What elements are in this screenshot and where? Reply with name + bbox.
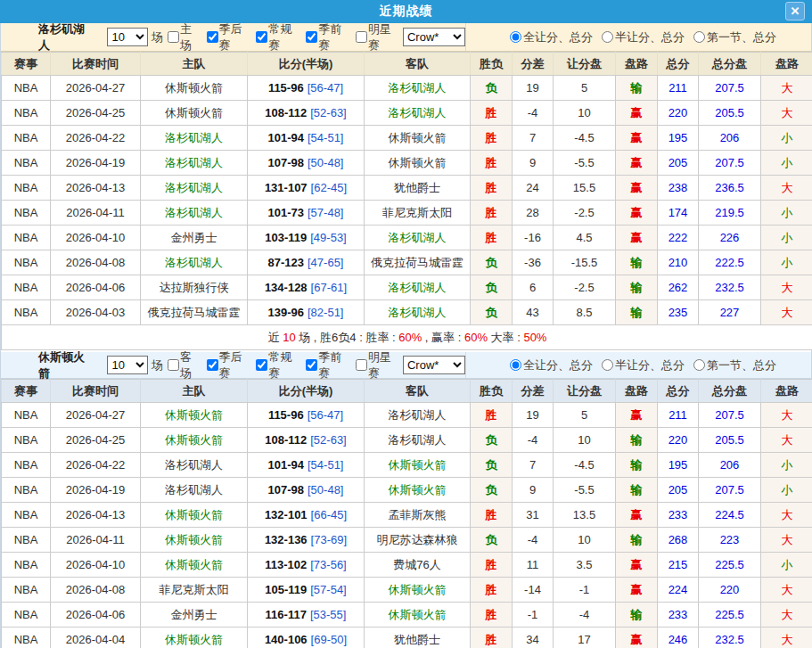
summary-segment: 场 , 胜6负4 : 胜率 :: [296, 331, 399, 344]
table-row: NBA2026-04-08菲尼克斯太阳105-119[57-54]休斯顿火箭胜-…: [2, 578, 812, 603]
date-cell: 2026-04-22: [51, 453, 141, 478]
total-line-cell: 227: [699, 300, 761, 325]
filter-checkbox-1[interactable]: [168, 359, 179, 371]
odds-company-select[interactable]: Crow*: [403, 356, 465, 374]
handicap-line-cell: 3.5: [554, 553, 616, 578]
point-diff-cell: -4: [513, 528, 554, 553]
halftime-score: [56-47]: [308, 81, 343, 94]
column-header: 胜负: [471, 380, 513, 403]
over-under-cell: 大: [761, 300, 812, 325]
column-header: 胜负: [471, 53, 513, 76]
away-team-cell: 洛杉矶湖人: [365, 275, 471, 300]
date-cell: 2026-04-04: [51, 627, 141, 648]
halftime-score: [50-48]: [308, 483, 343, 496]
handicap-line-cell: 10: [554, 101, 616, 126]
close-icon[interactable]: ✕: [785, 2, 805, 21]
table-header-row: 赛事比赛时间主队比分(半场)客队胜负分差让分盘盘路总分总分盘盘路: [2, 53, 812, 76]
mode-radio-3[interactable]: [693, 359, 705, 371]
table-row: NBA2026-04-06达拉斯独行侠134-128[67-61]洛杉矶湖人负6…: [2, 275, 812, 300]
final-score: 115-96: [268, 408, 304, 422]
column-header: 盘路: [616, 53, 658, 76]
halftime-score: [67-61]: [311, 281, 347, 294]
halftime-score: [47-65]: [308, 256, 343, 269]
over-under-cell: 大: [761, 275, 812, 300]
filter-checkbox-4[interactable]: [306, 31, 317, 43]
handicap-line-cell: -5.5: [554, 151, 616, 176]
column-header: 让分盘: [554, 380, 616, 403]
filter-checkbox-label: 主场: [180, 21, 202, 53]
away-team-cell: 菲尼克斯太阳: [365, 201, 471, 226]
score-cell: 101-94[54-51]: [248, 453, 365, 478]
mode-radio-3[interactable]: [693, 31, 705, 43]
home-team-cell: 金州勇士: [141, 603, 248, 627]
games-count-select[interactable]: 10: [107, 28, 147, 46]
score-cell: 103-119[49-53]: [248, 226, 365, 250]
handicap-line-cell: 17: [554, 627, 616, 648]
total-line-cell: 225.5: [699, 603, 761, 627]
filter-checkbox-5[interactable]: [356, 31, 367, 43]
filter-checkbox-3[interactable]: [256, 359, 267, 371]
table-row: NBA2026-04-11洛杉矶湖人101-73[57-48]菲尼克斯太阳胜28…: [2, 201, 812, 226]
handicap-result-cell: 输: [616, 76, 658, 101]
summary-segment: 50%: [523, 331, 546, 344]
mode-radio-group: 全让分、总分半让分、总分第一节、总分: [466, 352, 811, 378]
team-name: 休斯顿火箭: [38, 349, 93, 381]
column-header: 客队: [365, 380, 471, 403]
total-line-cell: 223: [699, 528, 761, 553]
total-line-cell: 207.5: [699, 76, 761, 101]
handicap-line-cell: -15.5: [554, 250, 616, 275]
away-team-cell: 明尼苏达森林狼: [365, 528, 471, 553]
point-diff-cell: -14: [513, 578, 554, 603]
mode-radio-label: 全让分、总分: [523, 29, 593, 45]
point-diff-cell: 43: [513, 300, 554, 325]
date-cell: 2026-04-08: [51, 578, 141, 603]
win-loss-cell: 胜: [471, 503, 513, 528]
score-cell: 134-128[67-61]: [248, 275, 365, 300]
handicap-result-cell: 输: [616, 275, 658, 300]
filter-checkbox-5[interactable]: [356, 359, 367, 371]
total-points-cell: 246: [658, 627, 699, 648]
date-cell: 2026-04-22: [51, 126, 141, 151]
total-line-cell: 207.5: [699, 151, 761, 176]
halftime-score: [73-56]: [310, 558, 346, 571]
mode-radio-1[interactable]: [510, 31, 521, 43]
filter-controls: 洛杉矶湖人10场主场季后赛常规赛季前赛明星赛Crow*: [1, 23, 466, 51]
home-team-cell: 休斯顿火箭: [141, 528, 248, 553]
away-team-cell: 休斯顿火箭: [365, 478, 471, 503]
total-points-cell: 195: [658, 126, 699, 151]
mode-radio-2[interactable]: [602, 31, 613, 43]
away-team-cell: 休斯顿火箭: [365, 578, 471, 603]
filter-controls: 休斯顿火箭10场客场季后赛常规赛季前赛明星赛Crow*: [1, 352, 466, 378]
filter-checkbox-2[interactable]: [207, 359, 218, 371]
filter-checkbox-1[interactable]: [168, 31, 179, 43]
final-score: 101-94: [268, 131, 304, 144]
point-diff-cell: 19: [513, 76, 554, 101]
handicap-line-cell: 5: [554, 76, 616, 101]
odds-company-select[interactable]: Crow*: [403, 28, 465, 46]
filter-checkbox-4[interactable]: [306, 359, 317, 371]
handicap-result-cell: 赢: [616, 226, 658, 250]
column-header: 分差: [513, 380, 554, 403]
column-header: 总分: [658, 380, 699, 403]
handicap-result-cell: 赢: [616, 553, 658, 578]
league-cell: NBA: [2, 403, 51, 428]
mode-radio-1[interactable]: [510, 359, 521, 371]
point-diff-cell: -36: [513, 250, 554, 275]
mode-radio-2[interactable]: [602, 359, 613, 371]
away-team-cell: 休斯顿火箭: [365, 126, 471, 151]
column-header: 分差: [513, 53, 554, 76]
halftime-score: [52-63]: [310, 106, 346, 119]
date-cell: 2026-04-06: [51, 603, 141, 627]
total-line-cell: 232.5: [699, 275, 761, 300]
filter-checkbox-label: 季后赛: [219, 349, 252, 381]
home-team-cell: 俄克拉荷马城雷霆: [141, 300, 248, 325]
total-line-cell: 236.5: [699, 176, 761, 201]
filter-checkbox-2[interactable]: [207, 31, 218, 43]
final-score: 113-102: [265, 558, 307, 571]
filter-checkbox-3[interactable]: [256, 31, 267, 43]
team-section-2: 休斯顿火箭10场客场季后赛常规赛季前赛明星赛Crow*全让分、总分半让分、总分第…: [0, 350, 812, 648]
home-team-cell: 休斯顿火箭: [141, 428, 248, 453]
games-count-select[interactable]: 10: [107, 356, 147, 374]
home-team-cell: 金州勇士: [141, 226, 248, 250]
recent-results-dialog: 近期战绩 ✕ 洛杉矶湖人10场主场季后赛常规赛季前赛明星赛Crow*全让分、总分…: [0, 0, 812, 648]
